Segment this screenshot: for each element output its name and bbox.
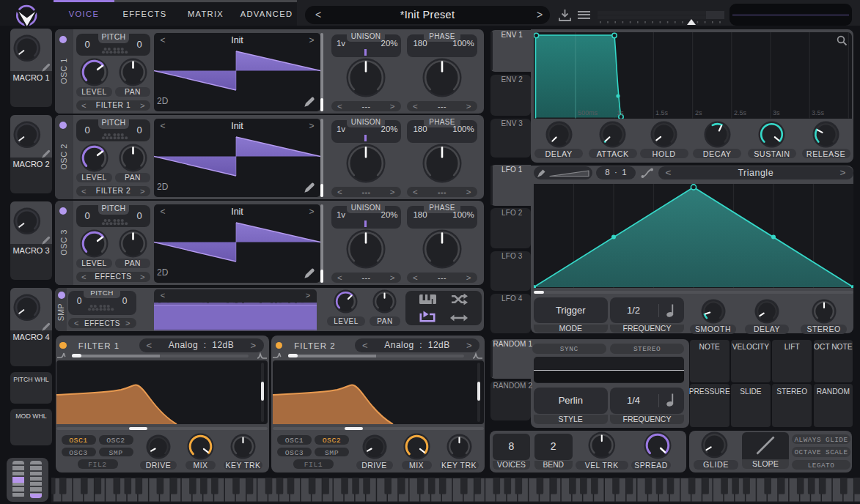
- svg-text:500ms: 500ms: [578, 109, 598, 116]
- svg-text:1.5s: 1.5s: [655, 109, 669, 116]
- svg-text:2s: 2s: [695, 109, 702, 116]
- svg-text:3s: 3s: [773, 109, 780, 116]
- svg-text:2.5s: 2.5s: [734, 109, 747, 116]
- svg-text:1s: 1s: [617, 109, 624, 116]
- svg-text:3.5s: 3.5s: [812, 109, 825, 116]
